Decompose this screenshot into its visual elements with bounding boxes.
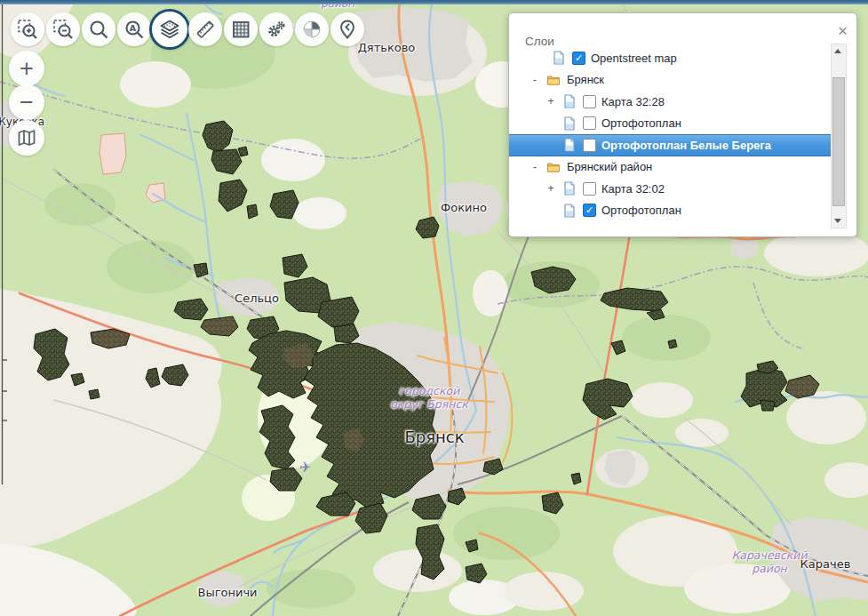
layer-label: Ортофотоплан Белые Берега	[601, 139, 771, 152]
overview-map-button[interactable]	[9, 120, 44, 156]
zoom-in-box-icon	[17, 19, 38, 40]
zoom-out-button[interactable]: −	[9, 84, 44, 120]
document-icon	[562, 204, 577, 218]
expander-minus[interactable]: -	[529, 161, 541, 173]
layer-label: Брянск	[567, 73, 604, 86]
triangle-up-icon	[834, 49, 841, 53]
search-icon	[88, 19, 109, 40]
layer-label: Ортофотоплан	[601, 204, 681, 217]
tree-row-layer-7[interactable]: ✓Ортофотоплан	[509, 200, 833, 222]
gears-icon	[266, 19, 287, 40]
layer-label: Карта 32:02	[601, 182, 665, 196]
folder-icon	[546, 160, 561, 174]
map-label-5: Выгоничи	[197, 586, 257, 599]
app-window: ✈ ДятьковоФокиноСельцоБрянскгородской ок…	[0, 0, 868, 616]
map-label-6: Карачев	[800, 557, 851, 571]
map-label-3: Брянск	[404, 428, 464, 446]
checkbox-unchecked[interactable]	[583, 95, 596, 108]
checkbox-checked[interactable]: ✓	[572, 52, 585, 65]
layers-tree: ✓Opentstreet map-Брянск+Карта 32:28Ортоф…	[509, 47, 833, 221]
zoom-in-button[interactable]: +	[9, 51, 44, 86]
document-icon	[562, 138, 577, 152]
triangle-down-icon	[834, 219, 841, 223]
map-label-4: городской округ Брянск	[390, 385, 468, 412]
tree-row-layer-6[interactable]: +Карта 32:02	[509, 178, 833, 200]
measure-button[interactable]	[188, 12, 222, 46]
tree-row-layer-2[interactable]: +Карта 32:28	[509, 91, 833, 113]
expander-plus[interactable]: +	[545, 95, 557, 108]
layer-label: Карта 32:28	[601, 95, 665, 108]
map-label-7: Карачевский район	[731, 549, 807, 576]
expander-plus[interactable]: +	[545, 182, 557, 195]
checkbox-unchecked[interactable]	[583, 116, 596, 130]
tree-row-folder-5[interactable]: -Брянский район	[509, 156, 833, 179]
panel-title: Слои	[525, 35, 554, 48]
checkbox-unchecked[interactable]	[583, 182, 596, 196]
marker-button[interactable]	[330, 12, 364, 46]
pin-icon	[337, 19, 358, 40]
layer-label: Ортофотоплан	[601, 116, 681, 130]
layers-button[interactable]	[149, 9, 190, 50]
window-top-border	[0, 0, 868, 4]
svg-text:A: A	[130, 23, 137, 33]
layers-icon	[159, 19, 180, 40]
search-text-icon: A	[123, 19, 145, 40]
quadrants-icon	[301, 19, 323, 40]
search-button[interactable]	[82, 12, 115, 46]
document-icon	[552, 51, 566, 65]
airport-icon: ✈	[299, 459, 311, 476]
tree-row-layer-4[interactable]: Ортофотоплан Белые Берега	[509, 134, 833, 156]
zoom-out-box-icon	[52, 19, 74, 40]
tree-row-layer-3[interactable]: Ортофотоплан	[509, 113, 833, 135]
checkbox-unchecked[interactable]	[583, 139, 596, 152]
ruler-icon	[195, 19, 216, 40]
scrollbar-thumb[interactable]	[832, 77, 845, 206]
document-icon	[562, 94, 577, 108]
plus-icon: +	[20, 57, 34, 81]
panel-scrollbar[interactable]	[831, 44, 847, 228]
map-label-1: Фокино	[441, 201, 487, 214]
grid-icon	[230, 19, 251, 40]
document-icon	[562, 181, 577, 196]
close-icon[interactable]: ×	[838, 22, 848, 39]
map-label-0: Дятьково	[358, 41, 416, 54]
layer-label: Брянский район	[567, 160, 652, 173]
quadrants-button[interactable]	[295, 12, 329, 46]
document-icon	[562, 116, 577, 131]
folded-map-icon	[16, 127, 37, 148]
search-text-button[interactable]: A	[117, 12, 151, 46]
grid-button[interactable]	[224, 12, 258, 46]
minus-icon: −	[20, 91, 34, 115]
zoom-out-box-button[interactable]	[46, 12, 80, 46]
folder-icon	[546, 73, 561, 87]
scroll-up-button[interactable]	[832, 44, 844, 58]
layer-label: Opentstreet map	[591, 52, 677, 65]
expander-minus[interactable]: -	[529, 74, 541, 86]
scroll-down-button[interactable]	[832, 214, 844, 228]
zoom-in-box-button[interactable]	[11, 12, 44, 46]
layers-panel: Слои × ✓Opentstreet map-Брянск+Карта 32:…	[508, 12, 857, 237]
tree-row-folder-1[interactable]: -Брянск	[509, 69, 833, 92]
settings-button[interactable]	[259, 12, 293, 46]
tree-row-layer-0[interactable]: ✓Opentstreet map	[509, 47, 833, 69]
checkbox-checked[interactable]: ✓	[583, 204, 596, 217]
map-label-2: Сельцо	[235, 292, 279, 305]
